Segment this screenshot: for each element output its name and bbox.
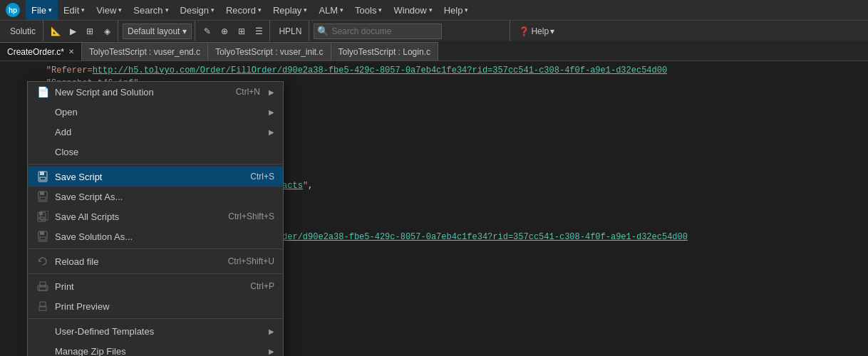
menu-item-open[interactable]: Open ▶ xyxy=(28,102,283,122)
menu-file-arrow: ▾ xyxy=(48,6,52,14)
svg-rect-17 xyxy=(39,307,46,310)
menu-tools[interactable]: Tools ▾ xyxy=(349,0,388,20)
menu-window[interactable]: Window ▾ xyxy=(388,0,438,20)
help-icon: ❓ xyxy=(519,26,529,36)
menu-edit-arrow: ▾ xyxy=(81,6,85,14)
solution-label: Solutic xyxy=(6,26,40,36)
svg-rect-3 xyxy=(40,172,44,175)
menu-bar: hp File ▾ Edit ▾ View ▾ Search ▾ Design … xyxy=(0,0,868,20)
svg-rect-15 xyxy=(39,287,46,290)
menu-view-arrow: ▾ xyxy=(118,6,122,14)
manage-zip-icon xyxy=(36,345,49,356)
menu-item-user-templates[interactable]: User-Defined Templates ▶ xyxy=(28,321,283,341)
svg-rect-14 xyxy=(40,237,46,240)
menu-edit[interactable]: Edit ▾ xyxy=(58,0,91,20)
separator-1 xyxy=(28,164,283,164)
toolbar-search-section: 🔍 xyxy=(311,21,510,41)
search-input[interactable] xyxy=(331,26,438,36)
menu-file[interactable]: File ▾ xyxy=(26,0,58,20)
print-preview-icon xyxy=(36,300,49,313)
svg-rect-7 xyxy=(40,197,46,200)
layout-select[interactable]: Default layout ▾ xyxy=(123,23,192,39)
svg-text:hp: hp xyxy=(9,6,17,14)
svg-rect-6 xyxy=(40,192,44,195)
tab-create-order[interactable]: CreateOrder.c* ✕ xyxy=(0,42,82,61)
separator-4 xyxy=(28,318,283,319)
print-icon xyxy=(36,280,49,293)
close-icon xyxy=(36,145,49,158)
save-script-as-icon xyxy=(36,190,49,203)
menu-item-save-script[interactable]: Save Script Ctrl+S xyxy=(28,167,283,187)
svg-rect-4 xyxy=(40,177,46,180)
menu-help[interactable]: Help ▾ xyxy=(438,0,475,20)
save-solution-as-icon xyxy=(36,230,49,243)
menu-alm[interactable]: ALM ▾ xyxy=(313,0,349,20)
menu-window-arrow: ▾ xyxy=(429,6,433,14)
save-all-icon xyxy=(36,210,49,223)
hp-logo: hp xyxy=(3,0,23,20)
menu-item-manage-zip[interactable]: Manage Zip Files ▶ xyxy=(28,341,283,356)
svg-rect-18 xyxy=(40,302,46,306)
toolbar-btn-5[interactable]: ✎ xyxy=(200,23,215,39)
tab-vuser-init[interactable]: TolyoTestScript : vuser_init.c xyxy=(208,42,331,61)
toolbar-layout-section: Default layout ▾ xyxy=(120,21,195,41)
menu-item-reload-file[interactable]: Reload file Ctrl+Shift+U xyxy=(28,251,283,271)
toolbar-btn-8[interactable]: ☰ xyxy=(251,23,267,39)
menu-search[interactable]: Search ▾ xyxy=(128,0,174,20)
menu-item-close[interactable]: Close xyxy=(28,142,283,162)
menu-item-print-preview[interactable]: Print Preview xyxy=(28,296,283,316)
tab-vuser-end[interactable]: TolyoTestScript : vuser_end.c xyxy=(82,42,208,61)
menu-view[interactable]: View ▾ xyxy=(91,0,128,20)
menu-design-arrow: ▾ xyxy=(211,6,215,14)
toolbar: Solutic 📐 ▶ ⊞ ◈ Default layout ▾ ✎ ⊕ ⊞ ☰… xyxy=(0,20,868,41)
toolbar-tools-section: ✎ ⊕ ⊞ ☰ xyxy=(197,21,270,41)
main-area: "Referer=http://h5.tolvyo.com/Order/Fill… xyxy=(0,61,868,356)
toolbar-btn-7[interactable]: ⊞ xyxy=(234,23,249,39)
user-templates-icon xyxy=(36,325,49,337)
menu-record-arrow: ▾ xyxy=(258,6,262,14)
menu-item-new-script[interactable]: 📄 New Script and Solution Ctrl+N ▶ xyxy=(28,82,283,102)
help-arrow-icon: ▾ xyxy=(550,26,554,36)
menu-design[interactable]: Design ▾ xyxy=(175,0,220,20)
toolbar-btn-3[interactable]: ⊞ xyxy=(82,23,98,39)
help-button[interactable]: ❓ Help ▾ xyxy=(515,26,559,36)
menu-item-save-solution-as[interactable]: Save Solution As... xyxy=(28,226,283,246)
add-arrow-icon: ▶ xyxy=(269,128,274,136)
search-box: 🔍 xyxy=(314,23,442,39)
add-icon xyxy=(36,125,49,138)
svg-rect-10 xyxy=(39,217,44,219)
user-templates-arrow-icon: ▶ xyxy=(269,328,274,335)
file-menu-dropdown: 📄 New Script and Solution Ctrl+N ▶ Open … xyxy=(27,81,284,356)
toolbar-btn-1[interactable]: 📐 xyxy=(48,23,63,39)
hpln-label: HPLN xyxy=(274,26,306,36)
reload-icon xyxy=(36,255,49,268)
menu-search-arrow: ▾ xyxy=(165,6,169,14)
layout-arrow-icon: ▾ xyxy=(182,26,187,36)
toolbar-help-section: ❓ Help ▾ xyxy=(512,21,562,41)
new-script-arrow-icon: ▶ xyxy=(269,88,274,96)
manage-zip-arrow-icon: ▶ xyxy=(269,347,274,355)
menu-replay[interactable]: Replay ▾ xyxy=(267,0,313,20)
search-icon: 🔍 xyxy=(317,26,329,36)
toolbar-btn-6[interactable]: ⊕ xyxy=(217,23,232,39)
menu-help-arrow: ▾ xyxy=(465,6,468,14)
menu-replay-arrow: ▾ xyxy=(304,6,307,14)
tab-close-icon[interactable]: ✕ xyxy=(68,48,74,56)
save-script-icon xyxy=(36,170,49,183)
svg-rect-13 xyxy=(40,231,44,235)
toolbar-solution-section: Solutic xyxy=(3,21,43,41)
menu-tools-arrow: ▾ xyxy=(378,6,382,14)
tab-login[interactable]: TolyoTestScript : Login.c xyxy=(331,42,438,61)
open-icon xyxy=(36,105,49,118)
menu-item-save-all-scripts[interactable]: Save All Scripts Ctrl+Shift+S xyxy=(28,206,283,226)
toolbar-btn-4[interactable]: ◈ xyxy=(99,23,115,39)
menu-item-add[interactable]: Add ▶ xyxy=(28,122,283,142)
menu-record[interactable]: Record ▾ xyxy=(220,0,267,20)
open-arrow-icon: ▶ xyxy=(269,108,274,116)
menu-item-print[interactable]: Print Ctrl+P xyxy=(28,276,283,296)
menu-item-save-script-as[interactable]: Save Script As... xyxy=(28,187,283,206)
toolbar-icons-section: 📐 ▶ ⊞ ◈ xyxy=(45,21,118,41)
separator-2 xyxy=(28,248,283,249)
toolbar-btn-2[interactable]: ▶ xyxy=(65,23,81,39)
new-script-icon: 📄 xyxy=(36,85,49,98)
